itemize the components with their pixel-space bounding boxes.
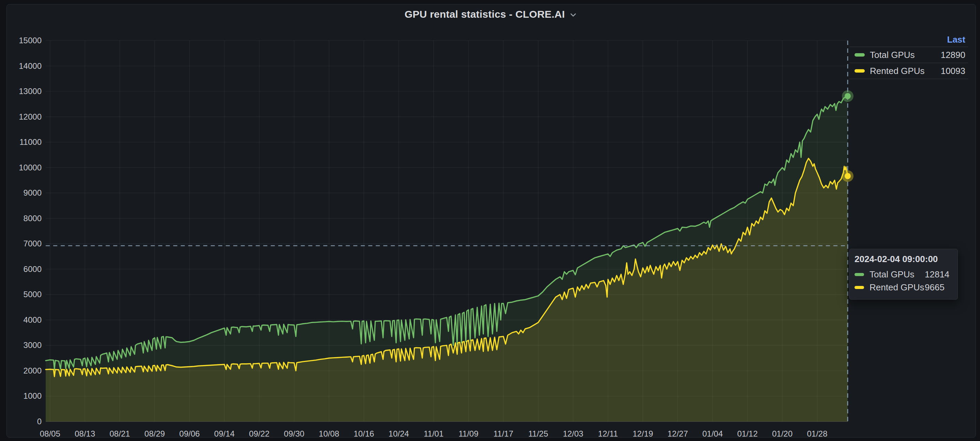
x-axis-tick-label: 01/28 xyxy=(807,429,827,438)
tooltip-timestamp: 2024-02-04 09:00:00 xyxy=(854,254,952,265)
chart-plot-area[interactable]: 0100020003000400050006000700080009000100… xyxy=(7,5,980,441)
x-axis-tick-label: 08/05 xyxy=(40,429,60,438)
legend: Last Total GPUs 12890 Rented GPUs 10093 xyxy=(850,32,968,79)
tooltip-series-value: 12814 xyxy=(925,269,949,280)
y-axis-tick-label: 7000 xyxy=(24,239,41,248)
y-axis-tick-label: 3000 xyxy=(24,341,41,350)
x-axis-tick-label: 11/01 xyxy=(424,429,444,438)
legend-item-total-gpus[interactable]: Total GPUs 12890 xyxy=(850,47,968,63)
x-axis-tick-label: 08/13 xyxy=(75,429,95,438)
legend-item-last-value: 12890 xyxy=(941,50,968,60)
chart-tooltip: 2024-02-04 09:00:00 Total GPUs 12814 Ren… xyxy=(849,249,958,300)
y-axis-tick-label: 9000 xyxy=(24,188,41,197)
chevron-down-icon[interactable] xyxy=(569,11,578,19)
y-axis-tick-label: 4000 xyxy=(24,315,41,324)
panel-header: GPU rental statistics - CLORE.AI xyxy=(7,8,975,20)
x-axis-tick-label: 12/03 xyxy=(563,429,584,438)
x-axis-tick-label: 11/17 xyxy=(493,429,513,438)
y-axis-tick-label: 5000 xyxy=(24,290,41,299)
tooltip-row-total-gpus: Total GPUs 12814 xyxy=(854,268,952,281)
panel-title[interactable]: GPU rental statistics - CLORE.AI xyxy=(405,8,565,20)
y-axis-tick-label: 2000 xyxy=(24,366,41,375)
x-axis-tick-label: 12/19 xyxy=(633,429,653,438)
x-axis-tick-label: 09/22 xyxy=(249,429,269,438)
y-axis-tick-label: 6000 xyxy=(24,265,41,274)
series-color-swatch-rented xyxy=(854,69,865,73)
x-axis-tick-label: 09/06 xyxy=(179,429,200,438)
y-axis-tick-label: 11000 xyxy=(19,137,41,146)
x-axis-tick-label: 12/27 xyxy=(667,429,688,438)
series-color-swatch-total xyxy=(854,53,865,57)
x-axis-tick-label: 10/08 xyxy=(319,429,339,438)
x-axis-tick-label: 01/20 xyxy=(772,429,792,438)
legend-item-label: Total GPUs xyxy=(870,50,915,60)
y-axis-tick-label: 1000 xyxy=(24,391,41,400)
y-axis-tick-label: 0 xyxy=(37,417,41,426)
x-axis-tick-label: 11/25 xyxy=(528,429,548,438)
x-axis-tick-label: 08/21 xyxy=(110,429,130,438)
x-axis-tick-label: 11/09 xyxy=(459,429,479,438)
y-axis-tick-label: 15000 xyxy=(19,36,41,45)
x-axis-tick-label: 10/24 xyxy=(388,429,409,438)
tooltip-row-rented-gpus: Rented GPUs 9665 xyxy=(854,281,952,294)
x-axis-tick-label: 08/29 xyxy=(145,429,165,438)
tooltip-series-label: Rented GPUs xyxy=(870,282,925,293)
legend-item-rented-gpus[interactable]: Rented GPUs 10093 xyxy=(850,63,968,79)
x-axis-tick-label: 01/04 xyxy=(702,429,723,438)
y-axis-tick-label: 10000 xyxy=(19,163,41,172)
tooltip-series-label: Total GPUs xyxy=(870,269,925,280)
series-color-swatch-rented xyxy=(854,286,864,289)
series-color-swatch-total xyxy=(854,273,864,276)
legend-column-header-last[interactable]: Last xyxy=(850,32,968,47)
grafana-panel: GPU rental statistics - CLORE.AI 0100020… xyxy=(6,4,976,438)
x-axis-tick-label: 09/14 xyxy=(214,429,235,438)
legend-item-label: Rented GPUs xyxy=(870,66,924,76)
y-axis-tick-label: 13000 xyxy=(19,87,41,96)
y-axis-tick-label: 14000 xyxy=(19,61,41,71)
x-axis-tick-label: 12/11 xyxy=(598,429,618,438)
y-axis-tick-label: 8000 xyxy=(24,214,41,223)
x-axis-tick-label: 10/16 xyxy=(353,429,374,438)
x-axis-tick-label: 09/30 xyxy=(284,429,304,438)
legend-item-last-value: 10093 xyxy=(941,66,968,76)
y-axis-tick-label: 12000 xyxy=(19,112,41,121)
x-axis-tick-label: 01/12 xyxy=(737,429,758,438)
tooltip-series-value: 9665 xyxy=(925,282,945,293)
